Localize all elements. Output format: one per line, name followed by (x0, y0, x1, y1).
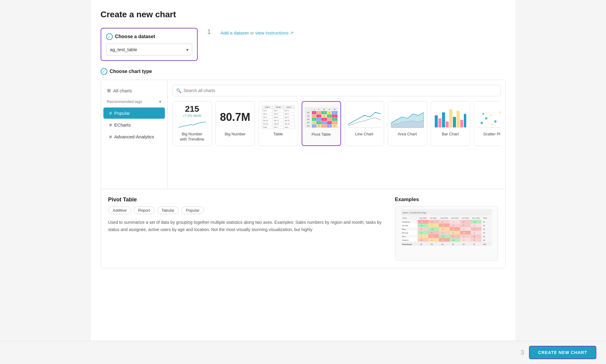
svg-text:15: 15 (442, 236, 444, 237)
svg-text:10: 10 (431, 228, 434, 230)
svg-rect-122 (439, 238, 450, 242)
svg-text:12: 12 (431, 236, 434, 237)
chart-detail-section: Pivot Table Additive Report Tabular Popu… (101, 189, 505, 268)
svg-text:Mary: Mary (402, 228, 406, 230)
svg-text:18: 18 (483, 221, 485, 223)
svg-rect-120 (428, 238, 439, 242)
svg-point-15 (485, 117, 487, 120)
chart-card-label: Big Number (225, 132, 246, 137)
chart-card-table[interactable]: Col ACol BCol C Val 1Val 2Val 3 Val 4Val… (259, 101, 298, 146)
svg-text:Sam: Sam (402, 236, 406, 237)
svg-point-17 (494, 120, 497, 123)
svg-text:12: 12 (474, 221, 476, 223)
svg-rect-62 (460, 223, 471, 227)
chart-card-label: Line Chart (355, 132, 373, 137)
external-link-icon: ↗ (290, 30, 294, 35)
tags-row: Additive Report Tabular Popular (108, 207, 383, 214)
svg-text:18: 18 (421, 221, 423, 223)
svg-point-14 (480, 122, 483, 124)
sidebar-tag-echarts[interactable]: # ECharts (103, 119, 165, 131)
example-image-box: Metric: COUNT(Pivot By) Zone Jan 2021 Ju… (395, 206, 498, 261)
svg-text:Fontainas: Fontainas (402, 221, 410, 223)
svg-text:Total (Sum): Total (Sum) (402, 243, 412, 245)
step1-label: Choose a dataset (115, 34, 155, 39)
chart-sidebar: ⊞ All charts Recommended tags ▾ # Popula… (101, 80, 168, 189)
svg-text:Zone: Zone (403, 217, 407, 219)
svg-text:Michael: Michael (402, 232, 408, 234)
svg-rect-74 (439, 227, 450, 231)
svg-rect-110 (460, 234, 471, 238)
chart-card-pivot-table[interactable]: J F M A M R153826 R247193 (302, 101, 341, 146)
svg-text:Sep 2021: Sep 2021 (451, 217, 459, 219)
svg-point-18 (499, 111, 501, 113)
svg-text:Jan 2021: Jan 2021 (419, 217, 427, 219)
sidebar-tag-advanced-analytics[interactable]: # Advanced-Analytics (103, 131, 165, 142)
chart-card-area-chart[interactable]: Area Chart (388, 101, 427, 146)
dataset-select[interactable]: ag_test_table (106, 44, 192, 55)
svg-rect-54 (418, 223, 428, 227)
chart-detail-right: Examples Metric: COUNT(Pivot By) Zone Ja… (395, 197, 498, 261)
view-instructions-link[interactable]: view instructions ↗ (255, 30, 294, 35)
svg-rect-76 (450, 227, 460, 231)
svg-rect-102 (418, 234, 428, 238)
svg-rect-38 (418, 220, 428, 223)
tag-report[interactable]: Report (134, 207, 155, 214)
svg-text:27: 27 (473, 243, 475, 245)
all-charts-item[interactable]: ⊞ All charts (101, 85, 167, 96)
chart-card-label: Area Chart (398, 132, 417, 137)
chart-card-big-number-trendline[interactable]: 215 +7.0% WoW Big Numberwith Trendline (172, 101, 212, 146)
chart-card-scatter-plot[interactable]: Scatter Plot (474, 101, 501, 146)
chevron-down-icon: ▾ (159, 99, 161, 104)
svg-text:18: 18 (483, 236, 485, 237)
step2-header: ✓ Choose chart type (101, 68, 506, 75)
hash-icon: # (109, 111, 112, 116)
search-input[interactable] (172, 85, 501, 96)
svg-text:18: 18 (483, 228, 485, 230)
create-new-chart-button[interactable]: CREATE NEW CHART (529, 346, 596, 359)
step1-check-icon: ✓ (106, 33, 113, 40)
svg-rect-118 (418, 238, 428, 242)
svg-rect-46 (460, 220, 471, 223)
svg-rect-44 (450, 220, 460, 223)
svg-text:Jul 2021: Jul 2021 (430, 217, 437, 219)
chart-thumb: J F M A M R153826 R247193 (305, 105, 338, 130)
svg-rect-78 (460, 227, 471, 231)
chart-picker-panel: ⊞ All charts Recommended tags ▾ # Popula… (101, 80, 506, 268)
tag-additive[interactable]: Additive (108, 207, 131, 214)
tag-tabular[interactable]: Tabular (157, 207, 179, 214)
svg-text:10: 10 (442, 239, 444, 241)
svg-rect-48 (471, 220, 481, 223)
svg-text:Stephen: Stephen (402, 239, 409, 241)
step2-check-icon: ✓ (101, 68, 107, 75)
svg-rect-108 (450, 234, 460, 238)
chart-thumb: 215 +7.0% WoW (176, 105, 209, 129)
svg-text:108: 108 (483, 243, 486, 245)
svg-rect-90 (439, 231, 450, 234)
search-bar: 🔍 (172, 85, 501, 96)
chart-card-bar-chart[interactable]: Bar Chart (431, 101, 470, 146)
svg-rect-5 (438, 118, 441, 127)
add-dataset-link[interactable]: Add a dataset (221, 30, 249, 35)
chart-card-big-number[interactable]: 80.7M Big Number (216, 101, 255, 146)
svg-point-20 (491, 124, 493, 125)
chart-thumb (391, 105, 424, 129)
svg-rect-126 (460, 238, 471, 242)
svg-rect-128 (471, 238, 481, 242)
chart-thumb (434, 105, 467, 129)
sidebar-tag-popular[interactable]: # Popular (103, 108, 165, 119)
chart-thumb (348, 105, 381, 129)
chart-thumb: Col ACol BCol C Val 1Val 2Val 3 Val 4Val… (262, 105, 295, 129)
svg-rect-104 (428, 234, 439, 238)
svg-point-16 (490, 114, 492, 116)
svg-text:Jennifer: Jennifer (402, 225, 408, 227)
recommended-tags-label[interactable]: Recommended tags ▾ (101, 96, 167, 107)
svg-text:18: 18 (483, 225, 485, 227)
svg-text:18: 18 (463, 243, 465, 245)
svg-rect-58 (439, 223, 450, 227)
svg-text:14: 14 (463, 232, 465, 234)
svg-rect-40 (428, 220, 439, 223)
chart-card-line-chart[interactable]: Line Chart (345, 101, 384, 146)
tag-popular[interactable]: Popular (181, 207, 204, 214)
step2-label: Choose chart type (110, 69, 152, 74)
svg-rect-86 (418, 231, 428, 234)
